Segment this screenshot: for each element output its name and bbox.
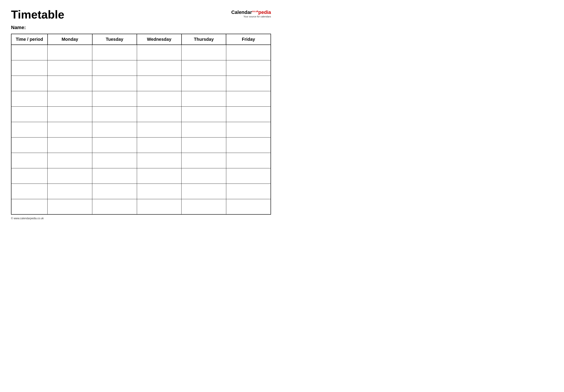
table-cell[interactable]: [226, 153, 271, 168]
table-cell[interactable]: [226, 76, 271, 91]
table-cell[interactable]: [137, 122, 181, 137]
table-cell[interactable]: [181, 76, 226, 91]
table-cell[interactable]: [181, 199, 226, 214]
table-cell[interactable]: [11, 168, 48, 183]
table-cell[interactable]: [181, 91, 226, 106]
table-cell[interactable]: [11, 122, 48, 137]
logo-area: Calendarco.ukpedia Your source for calen…: [231, 10, 271, 18]
table-row: [11, 168, 271, 183]
table-cell[interactable]: [181, 122, 226, 137]
logo-text: Calendarco.ukpedia: [231, 10, 271, 15]
table-cell[interactable]: [226, 137, 271, 153]
logo-calendar: Calendar: [231, 10, 252, 15]
table-cell[interactable]: [48, 106, 92, 122]
table-cell[interactable]: [92, 60, 137, 76]
table-cell[interactable]: [48, 168, 92, 183]
logo-pedia: pedia: [258, 10, 271, 15]
table-cell[interactable]: [181, 153, 226, 168]
table-cell[interactable]: [11, 45, 48, 60]
table-cell[interactable]: [48, 91, 92, 106]
table-cell[interactable]: [92, 76, 137, 91]
table-cell[interactable]: [48, 45, 92, 60]
table-row: [11, 153, 271, 168]
table-cell[interactable]: [226, 199, 271, 214]
table-cell[interactable]: [137, 91, 181, 106]
header: Timetable Calendarco.ukpedia Your source…: [11, 9, 271, 20]
table-cell[interactable]: [48, 199, 92, 214]
logo-subtitle: Your source for calendars: [243, 15, 271, 18]
name-label: Name:: [11, 25, 271, 30]
table-cell[interactable]: [48, 137, 92, 153]
table-cell[interactable]: [137, 168, 181, 183]
table-cell[interactable]: [137, 137, 181, 153]
table-row: [11, 199, 271, 214]
table-cell[interactable]: [11, 199, 48, 214]
table-cell[interactable]: [92, 137, 137, 153]
table-cell[interactable]: [48, 153, 92, 168]
table-cell[interactable]: [137, 199, 181, 214]
table-cell[interactable]: [226, 60, 271, 76]
table-cell[interactable]: [92, 183, 137, 199]
table-cell[interactable]: [226, 168, 271, 183]
table-cell[interactable]: [226, 91, 271, 106]
table-row: [11, 60, 271, 76]
timetable: Time / period Monday Tuesday Wednesday T…: [11, 34, 271, 215]
table-cell[interactable]: [137, 76, 181, 91]
table-cell[interactable]: [48, 122, 92, 137]
table-cell[interactable]: [48, 183, 92, 199]
table-cell[interactable]: [137, 153, 181, 168]
table-cell[interactable]: [48, 60, 92, 76]
table-cell[interactable]: [92, 106, 137, 122]
table-cell[interactable]: [137, 45, 181, 60]
table-cell[interactable]: [11, 91, 48, 106]
col-header-monday: Monday: [48, 34, 92, 45]
table-cell[interactable]: [92, 168, 137, 183]
table-cell[interactable]: [181, 60, 226, 76]
col-header-wednesday: Wednesday: [137, 34, 181, 45]
col-header-time: Time / period: [11, 34, 48, 45]
table-row: [11, 91, 271, 106]
table-cell[interactable]: [226, 106, 271, 122]
table-cell[interactable]: [11, 76, 48, 91]
table-row: [11, 106, 271, 122]
table-cell[interactable]: [226, 122, 271, 137]
footer-url: © www.calendarpedia.co.uk: [11, 217, 44, 220]
table-cell[interactable]: [92, 122, 137, 137]
table-cell[interactable]: [226, 183, 271, 199]
table-row: [11, 76, 271, 91]
footer: © www.calendarpedia.co.uk: [11, 217, 271, 220]
table-row: [11, 137, 271, 153]
table-cell[interactable]: [181, 137, 226, 153]
table-row: [11, 45, 271, 60]
table-row: [11, 122, 271, 137]
table-cell[interactable]: [181, 183, 226, 199]
table-header-row: Time / period Monday Tuesday Wednesday T…: [11, 34, 271, 45]
table-cell[interactable]: [92, 91, 137, 106]
table-cell[interactable]: [11, 183, 48, 199]
col-header-thursday: Thursday: [181, 34, 226, 45]
logo-couk: co.uk: [252, 10, 258, 13]
timetable-body: [11, 45, 271, 214]
table-cell[interactable]: [11, 137, 48, 153]
table-row: [11, 183, 271, 199]
table-cell[interactable]: [181, 106, 226, 122]
col-header-tuesday: Tuesday: [92, 34, 137, 45]
table-cell[interactable]: [92, 199, 137, 214]
table-cell[interactable]: [226, 45, 271, 60]
table-cell[interactable]: [11, 60, 48, 76]
table-cell[interactable]: [181, 45, 226, 60]
table-cell[interactable]: [92, 45, 137, 60]
col-header-friday: Friday: [226, 34, 271, 45]
table-cell[interactable]: [181, 168, 226, 183]
table-cell[interactable]: [137, 60, 181, 76]
table-cell[interactable]: [137, 106, 181, 122]
table-cell[interactable]: [137, 183, 181, 199]
table-cell[interactable]: [92, 153, 137, 168]
page-title: Timetable: [11, 9, 64, 20]
table-cell[interactable]: [11, 106, 48, 122]
table-cell[interactable]: [11, 153, 48, 168]
table-cell[interactable]: [48, 76, 92, 91]
